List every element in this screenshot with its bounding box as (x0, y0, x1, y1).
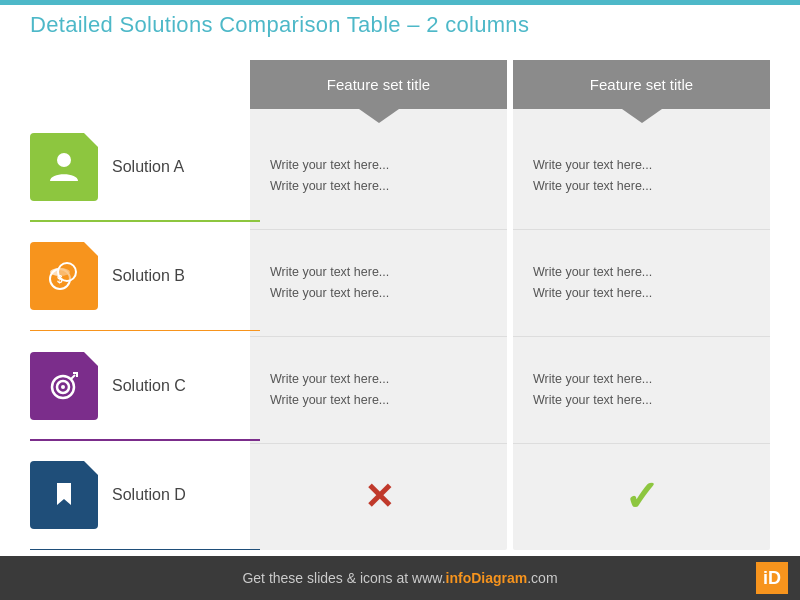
bookmark-icon (47, 478, 81, 512)
feature-cell-1a: Write your text here... Write your text … (250, 123, 507, 230)
cell-1b-line2: Write your text here... (270, 283, 389, 304)
brand-icon-letter: iD (763, 568, 781, 589)
top-accent-bar (0, 0, 800, 5)
page-title: Detailed Solutions Comparison Table – 2 … (30, 12, 529, 38)
main-content: Solution A $ Solution B (30, 60, 770, 550)
cell-text-1b: Write your text here... Write your text … (270, 262, 389, 305)
person-icon (46, 149, 82, 185)
cell-text-2b: Write your text here... Write your text … (533, 262, 652, 305)
coins-icon: $ (45, 257, 83, 295)
feature-cell-1c: Write your text here... Write your text … (250, 337, 507, 444)
svg-point-0 (57, 153, 71, 167)
feature-col-1-cells: Write your text here... Write your text … (250, 109, 507, 550)
cell-2a-line1: Write your text here... (533, 155, 652, 176)
feature-col-1-header: Feature set title (250, 60, 507, 109)
cell-text-2a: Write your text here... Write your text … (533, 155, 652, 198)
cell-2b-line1: Write your text here... (533, 262, 652, 283)
svg-line-8 (71, 375, 75, 379)
svg-text:$: $ (57, 274, 63, 285)
cell-1c-line2: Write your text here... (270, 390, 389, 411)
divider-d (30, 549, 260, 551)
solution-row-d: Solution D (30, 441, 250, 551)
cell-text-1a: Write your text here... Write your text … (270, 155, 389, 198)
solution-b-label: Solution B (112, 267, 185, 285)
feature-cell-2b: Write your text here... Write your text … (513, 230, 770, 337)
cell-1a-line2: Write your text here... (270, 176, 389, 197)
feature-col-2-cells: Write your text here... Write your text … (513, 109, 770, 550)
footer-brand-icon: iD (756, 562, 788, 594)
solution-a-label: Solution A (112, 158, 184, 176)
cell-1b-line1: Write your text here... (270, 262, 389, 283)
solutions-column: Solution A $ Solution B (30, 60, 250, 550)
solution-c-label: Solution C (112, 377, 186, 395)
feature-col-2: Feature set title Write your text here..… (513, 60, 770, 550)
solution-b-icon: $ (30, 242, 98, 310)
svg-point-7 (61, 385, 65, 389)
feature-cell-2c: Write your text here... Write your text … (513, 337, 770, 444)
solution-row-a: Solution A (30, 112, 250, 222)
cell-2c-line1: Write your text here... (533, 369, 652, 390)
feature-cell-2a: Write your text here... Write your text … (513, 123, 770, 230)
solution-d-icon (30, 461, 98, 529)
solution-row-b: $ Solution B (30, 222, 250, 332)
check-icon: ✓ (624, 461, 659, 532)
cell-1a-line1: Write your text here... (270, 155, 389, 176)
cell-1c-line1: Write your text here... (270, 369, 389, 390)
footer-bar: Get these slides & icons at www.infoDiag… (0, 556, 800, 600)
solution-row-c: Solution C (30, 331, 250, 441)
cell-2c-line2: Write your text here... (533, 390, 652, 411)
target-icon (45, 367, 83, 405)
feature-cell-1d: ✕ (250, 444, 507, 550)
cross-icon: ✕ (364, 466, 394, 527)
cell-2b-line2: Write your text here... (533, 283, 652, 304)
feature-col-1: Feature set title Write your text here..… (250, 60, 507, 550)
feature-col-2-header: Feature set title (513, 60, 770, 109)
feature-cell-1b: Write your text here... Write your text … (250, 230, 507, 337)
solution-d-label: Solution D (112, 486, 186, 504)
feature-cell-2d: ✓ (513, 444, 770, 550)
features-area: Feature set title Write your text here..… (250, 60, 770, 550)
cell-text-2c: Write your text here... Write your text … (533, 369, 652, 412)
brand-name: infoDiagram (446, 570, 528, 586)
solution-c-icon (30, 352, 98, 420)
solution-a-icon (30, 133, 98, 201)
cell-2a-line2: Write your text here... (533, 176, 652, 197)
cell-text-1c: Write your text here... Write your text … (270, 369, 389, 412)
footer-text: Get these slides & icons at www.infoDiag… (242, 570, 557, 586)
